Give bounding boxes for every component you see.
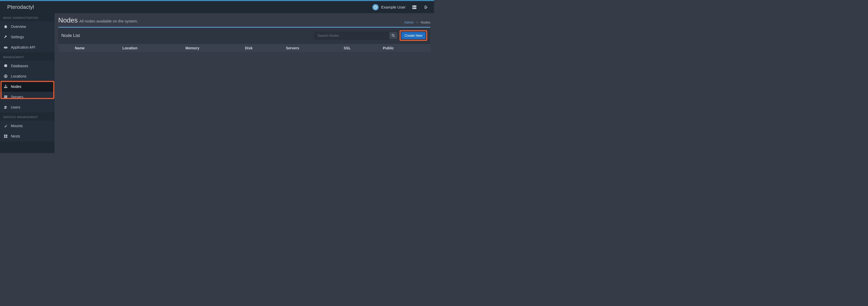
sidebar-item-users[interactable]: Users [0,102,55,112]
svg-rect-15 [4,97,7,98]
table-header-row: Name Location Memory Disk Servers SSL Pu… [58,44,430,53]
svg-point-6 [413,6,413,6]
svg-point-16 [5,106,6,107]
brand-logo[interactable]: Pterodactyl [0,1,55,13]
col-servers: Servers [283,44,341,53]
page-subtitle: All nodes available on the system. [80,19,138,23]
col-ssl: SSL [341,44,380,53]
svg-rect-21 [6,136,7,138]
svg-point-22 [392,34,394,36]
svg-rect-18 [4,135,5,136]
page-title: Nodes [58,16,78,24]
users-icon [4,105,8,109]
gamepad-icon [4,45,8,49]
svg-rect-11 [4,87,5,88]
svg-point-7 [413,8,413,8]
sidebar-item-label: Locations [11,74,26,78]
sidebar-item-api[interactable]: Application API [0,42,55,53]
svg-rect-13 [6,87,7,88]
server-list-icon[interactable] [410,3,419,12]
main-content: Nodes All nodes available on the system.… [55,13,434,153]
avatar [372,4,379,10]
sidebar-item-servers[interactable]: Servers [0,92,55,102]
sidebar-section-management: MANAGEMENT [0,53,55,61]
node-table: Name Location Memory Disk Servers SSL Pu… [58,44,430,53]
sidebar-item-label: Servers [11,95,23,99]
breadcrumb-admin-link[interactable]: Admin [404,21,414,24]
sidebar-item-locations[interactable]: Locations [0,71,55,81]
search-input[interactable] [315,32,389,39]
svg-rect-19 [6,135,7,136]
globe-icon [4,74,8,78]
home-icon [4,25,8,28]
svg-rect-14 [4,96,7,97]
magic-icon [4,124,8,128]
highlight-box-create: Create New [400,30,427,41]
user-menu[interactable]: Example User [370,3,408,11]
svg-point-17 [6,106,7,107]
search-group [315,32,398,39]
col-blank [58,44,72,53]
wrench-icon [4,35,8,39]
page-heading: Nodes All nodes available on the system. [58,16,138,24]
sidebar-item-nests[interactable]: Nests [0,131,55,141]
database-icon [4,64,8,68]
sidebar-item-label: Users [11,105,21,109]
search-button[interactable] [389,32,398,39]
sidebar-item-label: Mounts [11,124,23,128]
th-large-icon [4,134,8,138]
sidebar-section-service: SERVICE MANAGEMENT [0,112,55,121]
sidebar-item-databases[interactable]: Databases [0,61,55,71]
sidebar-item-label: Databases [11,64,28,68]
node-list-panel: Node List Create New [58,27,430,53]
col-name: Name [72,44,119,53]
breadcrumb-current: Nodes [421,21,430,24]
sidebar-item-label: Application API [11,45,35,49]
breadcrumb-separator: > [416,21,418,24]
col-public: Public [380,44,430,53]
col-location: Location [119,44,182,53]
sidebar-toggle-button[interactable] [59,3,64,12]
sidebar-section-basic: BASIC ADMINISTRATION [0,13,55,22]
sidebar-item-mounts[interactable]: Mounts [0,121,55,131]
create-new-button[interactable]: Create New [401,32,426,39]
sidebar-item-label: Settings [11,35,24,39]
sidebar-item-overview[interactable]: Overview [0,22,55,32]
sidebar: BASIC ADMINISTRATION Overview Settings A… [0,13,55,153]
sitemap-icon [4,85,8,89]
panel-title: Node List [61,33,80,38]
user-name-label: Example User [381,5,406,9]
svg-rect-10 [5,85,6,86]
header-bar: Pterodactyl Example User [0,1,434,13]
sidebar-item-label: Overview [11,25,26,29]
sidebar-item-label: Nests [11,134,20,138]
breadcrumb: Admin > Nodes [404,21,430,24]
col-disk: Disk [242,44,283,53]
col-memory: Memory [182,44,242,53]
svg-rect-20 [4,136,5,138]
sidebar-item-settings[interactable]: Settings [0,32,55,42]
sidebar-item-nodes[interactable]: Nodes [0,81,55,92]
sidebar-item-label: Nodes [11,84,21,89]
server-icon [4,95,8,99]
svg-rect-12 [5,87,6,88]
logout-icon[interactable] [421,3,430,12]
